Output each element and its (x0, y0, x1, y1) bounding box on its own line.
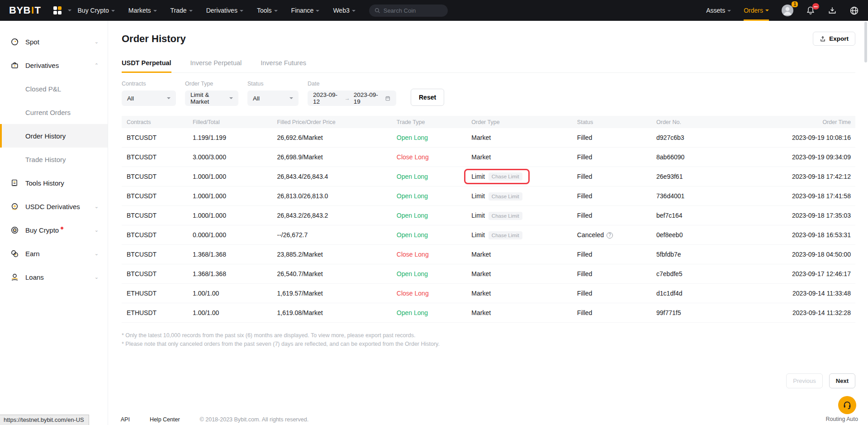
sidebar-label: USDC Derivatives (25, 203, 80, 210)
bybit-logo[interactable]: BYBIT (9, 5, 41, 16)
info-icon[interactable]: ? (607, 232, 613, 239)
order-history-table: Contracts Filled/Total Filled Price/Orde… (122, 116, 855, 323)
cell-order-type: Market (466, 309, 572, 316)
cell-order-no: 5fbfdb7e (651, 251, 749, 258)
cell-contracts: ETHUSDT (122, 290, 188, 297)
export-button[interactable]: Export (813, 32, 855, 46)
nav-item-tools[interactable]: Tools (257, 7, 278, 14)
tab-inverse-futures[interactable]: Inverse Futures (261, 59, 306, 72)
sidebar-item-earn[interactable]: Earn ⌄ (0, 242, 108, 265)
search-input[interactable] (384, 7, 438, 14)
sidebar-item-buy-crypto[interactable]: Buy Crypto ⌄ (0, 218, 108, 242)
cell-status: Filled (572, 192, 651, 200)
sidebar-item-order-history[interactable]: Order History (0, 124, 108, 148)
reset-button[interactable]: Reset (411, 89, 444, 106)
sidebar-item-tools-history[interactable]: Tools History (0, 171, 108, 195)
date-range-picker[interactable]: 2023-09-12 → 2023-09-19 (308, 91, 396, 106)
cell-contracts: BTCUSDT (122, 173, 188, 180)
cell-order-time: 2023-09-18 17:41:58 (749, 192, 855, 200)
order-type-value: Limit (471, 192, 485, 200)
next-page-button[interactable]: Next (829, 373, 855, 388)
chase-limit-tag: Chase Limit (489, 212, 522, 220)
cell-order-time: 2023-09-17 12:46:17 (749, 270, 855, 277)
spot-coin-icon (10, 37, 19, 46)
chevron-down-icon (189, 10, 193, 12)
contracts-filter-label: Contracts (122, 81, 176, 87)
logo-text-2: T (35, 5, 41, 16)
language-button[interactable] (849, 6, 859, 15)
cell-order-type: LimitChase Limit (466, 231, 572, 239)
sidebar-item-trade-history[interactable]: Trade History (0, 148, 108, 171)
nav-item-derivatives[interactable]: Derivatives (206, 7, 243, 14)
navbar-right: Assets Orders 1 ••• (706, 0, 859, 21)
order-type-select[interactable]: Limit & Market (185, 91, 238, 106)
nav-item-markets[interactable]: Markets (128, 7, 157, 14)
contracts-select[interactable]: All (122, 91, 176, 106)
trade-type-value: Close Long (397, 153, 429, 161)
table-row: BTCUSDT1.199/1.19926,692.6/MarketOpen Lo… (122, 128, 855, 148)
cell-contracts: BTCUSDT (122, 212, 188, 219)
sidebar-item-derivatives[interactable]: Derivatives ⌃ (0, 53, 108, 77)
new-badge-dot (61, 227, 63, 229)
sidebar-item-closed-pnl[interactable]: Closed P&L (0, 77, 108, 100)
headset-icon (842, 400, 852, 410)
cell-filled-price: 26,698.9/Market (272, 153, 391, 161)
cell-trade-type: Open Long (392, 212, 466, 219)
nav-item-orders[interactable]: Orders (744, 0, 769, 21)
chevron-down-icon (229, 97, 233, 99)
apps-grid-icon[interactable] (53, 6, 71, 15)
download-app-button[interactable] (828, 6, 837, 15)
account-avatar[interactable]: 1 (782, 5, 793, 16)
cell-status: Filled (572, 270, 651, 277)
tab-usdt-perpetual[interactable]: USDT Perpetual (122, 59, 171, 72)
tab-inverse-perpetual[interactable]: Inverse Perpetual (190, 59, 242, 72)
chevron-down-icon: ⌄ (95, 251, 99, 257)
cell-trade-type: Open Long (392, 173, 466, 180)
col-contracts: Contracts (122, 119, 188, 125)
table-row: BTCUSDT1.000/1.00026,843.2/26,843.2Open … (122, 206, 855, 225)
cell-status: Filled (572, 251, 651, 258)
nav-item-finance[interactable]: Finance (291, 7, 320, 14)
cell-trade-type: Close Long (392, 251, 466, 258)
chevron-down-icon (274, 10, 278, 12)
table-header: Contracts Filled/Total Filled Price/Orde… (122, 116, 855, 128)
cell-contracts: BTCUSDT (122, 192, 188, 200)
trade-type-value: Open Long (397, 270, 428, 277)
col-filled-price: Filled Price/Order Price (272, 119, 391, 125)
footnote-records: * Only the latest 10,000 records from th… (122, 331, 855, 340)
support-chat-button[interactable] (838, 396, 856, 414)
footer-link-api[interactable]: API (121, 416, 130, 423)
sidebar-label: Spot (25, 38, 39, 46)
footer-link-help-center[interactable]: Help Center (150, 416, 180, 423)
chevron-down-icon (167, 97, 171, 99)
sidebar-item-spot[interactable]: Spot ⌄ (0, 30, 108, 53)
cell-order-no: 736d4001 (651, 192, 749, 200)
sidebar-label: Tools History (25, 179, 64, 187)
order-table-body: BTCUSDT1.199/1.19926,692.6/MarketOpen Lo… (122, 128, 855, 323)
date-to: 2023-09-19 (354, 91, 382, 105)
status-select[interactable]: All (247, 91, 299, 106)
nav-item-buy-crypto[interactable]: Buy Crypto (78, 7, 115, 14)
scrollbar-thumb[interactable] (864, 22, 867, 62)
status-value: Canceled (577, 231, 604, 239)
coin-search[interactable] (369, 5, 448, 17)
order-type-value: Limit (471, 212, 485, 219)
cell-trade-type: Open Long (392, 231, 466, 239)
table-row: ETHUSDT1.00/1.001,619.08/MarketOpen Long… (122, 303, 855, 323)
sidebar-item-usdc-derivatives[interactable]: USDC Derivatives ⌄ (0, 195, 108, 218)
sidebar-item-loans[interactable]: Loans ⌄ (0, 265, 108, 289)
footnote-canceled: * Please note that only canceled orders … (122, 340, 855, 349)
nav-item-web3[interactable]: Web3 (333, 7, 355, 14)
status-value: Filled (577, 153, 592, 161)
previous-page-button[interactable]: Previous (786, 373, 823, 388)
chevron-up-icon: ⌃ (95, 62, 99, 68)
notifications-button[interactable]: ••• (806, 6, 815, 15)
nav-item-assets[interactable]: Assets (706, 7, 731, 14)
copyright-text: © 2018-2023 Bybit.com. All rights reserv… (200, 416, 309, 423)
order-type-value: Market (471, 309, 491, 316)
sidebar-label: Earn (25, 250, 40, 258)
nav-item-trade[interactable]: Trade (171, 7, 193, 14)
sidebar-item-current-orders[interactable]: Current Orders (0, 100, 108, 124)
top-navbar: BYBIT Buy Crypto Markets Trade Derivativ… (0, 0, 868, 21)
cell-order-no: d927c6b3 (651, 134, 749, 141)
